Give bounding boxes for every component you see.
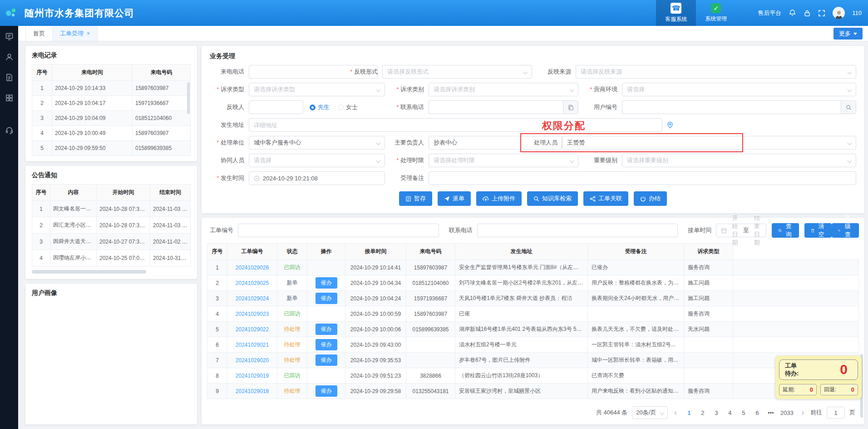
order-link[interactable]: 20241029018 xyxy=(236,388,269,394)
co-handler-select[interactable]: 请选择 xyxy=(249,154,385,167)
panel-title: 公告通知 xyxy=(32,171,191,180)
importance-select[interactable]: 请选择重要级别 xyxy=(622,154,856,167)
sidebar-document-icon[interactable] xyxy=(5,73,14,82)
page-number[interactable]: 1 xyxy=(683,407,695,419)
nav-system-management[interactable]: 系统管理 xyxy=(696,0,736,26)
appeal-class-select[interactable]: 请选择诉求类别 xyxy=(429,83,578,96)
cell-no: 1 xyxy=(207,260,227,275)
next-page-button[interactable] xyxy=(800,409,806,417)
order-link[interactable]: 20241029026 xyxy=(236,264,269,271)
location-pin-icon[interactable] xyxy=(667,121,673,129)
table-row: 620241029021待处理催办2024-10-29 09:43:00涢水村五… xyxy=(207,337,859,353)
reflect-source-select[interactable]: 请选择反映来源 xyxy=(576,65,856,79)
urge-button[interactable]: 催办 xyxy=(316,385,337,397)
todo-widget[interactable]: 工单 待办: 0 延期: 0 回退: 0 xyxy=(775,356,862,399)
address-input[interactable] xyxy=(249,118,662,132)
button-label: 派单 xyxy=(453,195,464,203)
page-size-select[interactable]: 20条/页 xyxy=(632,406,668,419)
order-link[interactable]: 20241029021 xyxy=(236,342,269,348)
order-link[interactable]: 20241029025 xyxy=(236,280,269,286)
contact-phone-input[interactable] xyxy=(429,100,563,114)
select-placeholder: 请选择反映来源 xyxy=(581,68,622,76)
user-avatar[interactable] xyxy=(833,7,845,19)
radio-madam[interactable]: 女士 xyxy=(338,103,358,111)
urge-button[interactable]: 催办 xyxy=(316,324,337,335)
sidebar-grid-icon[interactable] xyxy=(5,94,14,102)
cell-address: 安居镇王家沙湾村，皇城丽景小区 xyxy=(455,384,588,399)
order-link[interactable]: 20241029020 xyxy=(236,357,269,364)
page-number[interactable]: 2033 xyxy=(779,407,795,419)
order-link[interactable]: 20241029022 xyxy=(236,326,269,333)
copy-icon[interactable] xyxy=(563,100,578,114)
tab-label: 首页 xyxy=(33,30,45,38)
lock-icon[interactable] xyxy=(804,10,811,17)
cell-address: 岁丰巷67号，图片已上传附件 xyxy=(455,353,588,368)
order-no-input[interactable] xyxy=(238,224,439,237)
order-link[interactable]: 20241029019 xyxy=(236,373,269,379)
goto-page-input[interactable] xyxy=(827,407,845,419)
clear-button[interactable]: 清空 xyxy=(804,223,832,238)
tab-work-order[interactable]: 工单受理 xyxy=(53,26,98,41)
horizontal-scrollbar[interactable] xyxy=(32,270,146,274)
link-action-button[interactable]: 工单关联 xyxy=(583,191,628,206)
urge-button[interactable]: 催办 xyxy=(316,354,337,366)
reporter-input[interactable] xyxy=(249,100,303,114)
occur-time-picker[interactable]: 2024-10-29 10:21:08 xyxy=(249,171,385,185)
after-sales-platform-link[interactable]: 售后平台 xyxy=(758,9,781,17)
sidebar-headset-icon[interactable] xyxy=(5,126,14,135)
search-icon[interactable] xyxy=(841,100,856,114)
page-number[interactable]: 3 xyxy=(710,407,722,419)
urge-button[interactable]: 催办 xyxy=(316,277,337,289)
user-no-input[interactable] xyxy=(622,100,841,114)
chevron-down-icon xyxy=(848,70,852,74)
page-number[interactable]: 2 xyxy=(697,407,709,419)
search-action-button[interactable]: 知识库检索 xyxy=(527,191,578,206)
urge-button[interactable]: 催办 xyxy=(316,293,337,304)
send-action-button[interactable]: 派单 xyxy=(438,191,471,206)
date-range-picker[interactable]: 开始日期 至 结束日期 xyxy=(716,224,766,237)
more-button[interactable]: 更多 xyxy=(833,28,863,40)
nav-label: 客服系统 xyxy=(665,15,687,23)
close-icon[interactable] xyxy=(87,30,90,37)
urge-button[interactable]: 催办 xyxy=(316,339,337,350)
column-header: 受理备注 xyxy=(588,244,684,260)
tab-home[interactable]: 首页 xyxy=(25,26,53,41)
page-ellipsis[interactable]: ••• xyxy=(765,407,777,419)
page-number[interactable]: 5 xyxy=(738,407,750,419)
filter-phone-input[interactable] xyxy=(477,224,678,237)
page-number[interactable]: 6 xyxy=(751,407,763,419)
handler-select[interactable]: 王赟赟 xyxy=(562,136,856,150)
finish-action-button[interactable]: 办结 xyxy=(634,191,667,206)
save-action-button[interactable]: 暂存 xyxy=(399,191,432,206)
sidebar-register-icon[interactable] xyxy=(5,32,14,41)
cell: 15897603987 xyxy=(133,81,191,96)
handle-unit-select[interactable]: 城中客户服务中心 xyxy=(249,136,385,150)
column-header: 开始时间 xyxy=(97,185,150,201)
column-header: 发生地址 xyxy=(455,244,588,260)
prev-page-button[interactable] xyxy=(672,409,678,417)
appeal-type-select[interactable]: 请选择诉求类型 xyxy=(249,83,385,96)
advanced-search-button[interactable]: 高级查询 xyxy=(832,223,859,238)
sidebar-user-icon[interactable] xyxy=(5,53,14,61)
fullscreen-icon[interactable] xyxy=(818,10,825,17)
upload-action-button[interactable]: 上传附件 xyxy=(476,191,522,206)
radio-mister[interactable]: 先生 xyxy=(310,103,330,111)
time-limit-select[interactable]: 请选择处理时限 xyxy=(429,154,578,167)
field-label: 诉求类别 xyxy=(385,85,429,94)
cell-order-id: 20241029022 xyxy=(227,322,277,337)
nav-customer-service-system[interactable]: 客服系统 xyxy=(656,0,696,26)
bell-icon[interactable] xyxy=(789,9,796,17)
business-env-select[interactable]: 请选择 xyxy=(622,83,856,96)
cell-time: 2024-10-29 10:04:34 xyxy=(345,275,406,291)
reflect-form-select[interactable]: 请选择反映形式 xyxy=(382,65,532,79)
cell-action xyxy=(307,368,345,384)
vertical-scrollbar[interactable] xyxy=(187,82,190,114)
page-number[interactable]: 4 xyxy=(724,407,736,419)
search-button[interactable]: 查询 xyxy=(772,223,799,238)
start-date-placeholder: 开始日期 xyxy=(730,214,739,247)
remark-input[interactable] xyxy=(429,171,856,185)
order-link[interactable]: 20241029023 xyxy=(236,311,269,317)
order-link[interactable]: 20241029024 xyxy=(236,295,269,302)
button-label: 知识库检索 xyxy=(542,195,572,203)
cell-no: 9 xyxy=(207,384,227,399)
